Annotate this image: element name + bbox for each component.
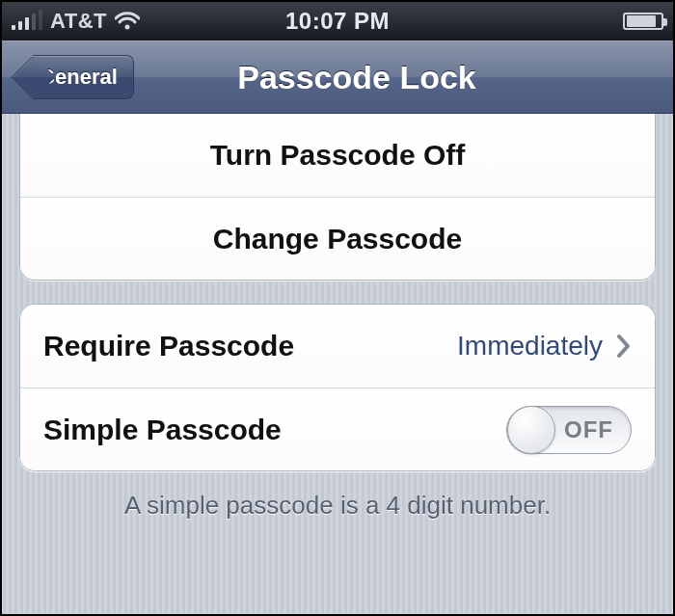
simple-passcode-row: Simple Passcode OFF [20, 388, 655, 470]
back-button-label: General [39, 65, 118, 90]
change-passcode-button[interactable]: Change Passcode [20, 197, 655, 280]
toggle-state-label: OFF [564, 416, 613, 443]
require-passcode-value: Immediately [457, 331, 603, 362]
turn-passcode-off-button[interactable]: Turn Passcode Off [20, 114, 655, 197]
status-time: 10:07 PM [2, 8, 673, 35]
row-label: Simple Passcode [43, 414, 282, 446]
row-label: Turn Passcode Off [210, 139, 466, 172]
row-value: Immediately [457, 331, 632, 362]
require-passcode-row[interactable]: Require Passcode Immediately [20, 305, 655, 388]
row-label: Change Passcode [213, 223, 462, 255]
footer-help-text: A simple passcode is a 4 digit number. [31, 491, 644, 521]
row-label: Require Passcode [43, 330, 294, 362]
nav-bar: General Passcode Lock [2, 40, 673, 114]
settings-group-passcode: Turn Passcode Off Change Passcode [19, 114, 656, 281]
settings-group-options: Require Passcode Immediately Simple Pass… [19, 304, 656, 471]
status-bar: AT&T 10:07 PM [2, 2, 673, 40]
simple-passcode-toggle[interactable]: OFF [506, 406, 632, 454]
chevron-right-icon [616, 334, 632, 359]
status-right [623, 13, 663, 30]
toggle-knob-icon [507, 406, 555, 454]
content: Turn Passcode Off Change Passcode Requir… [2, 114, 673, 521]
back-button[interactable]: General [33, 55, 134, 99]
battery-icon [623, 13, 663, 30]
